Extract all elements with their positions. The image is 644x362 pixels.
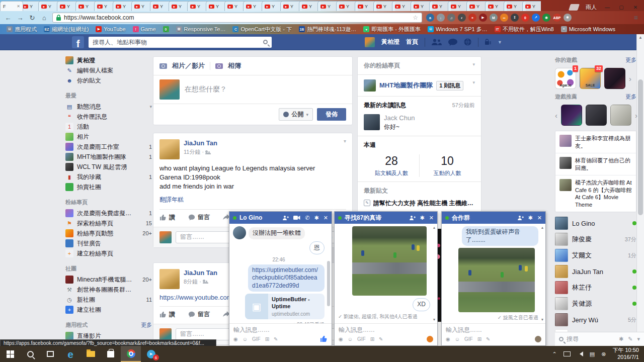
- sidebar-item[interactable]: 相片 ▾: [65, 132, 152, 142]
- sidebar-item[interactable]: 次是慶雨工作室 1 ▾: [65, 142, 152, 152]
- contact-row[interactable]: 林芷伃: [555, 280, 636, 296]
- close-chat-icon[interactable]: ✕: [429, 215, 434, 221]
- page-scrollbar[interactable]: ▲ ▼: [636, 34, 644, 346]
- close-tab-icon[interactable]: ✕: [17, 4, 20, 9]
- facebook-logo[interactable]: f: [72, 36, 84, 48]
- address-bar[interactable]: https://www.facebook.com ☆: [52, 13, 422, 23]
- new-message-icon[interactable]: ✎: [628, 336, 632, 342]
- your-games-more-link[interactable]: 更多: [625, 56, 636, 64]
- account-menu-chevron-icon[interactable]: ▼: [498, 40, 502, 45]
- chevron-down-icon[interactable]: ▾: [472, 62, 475, 67]
- sidebar-item[interactable]: + 建立社團: [65, 305, 152, 315]
- sidebar-item[interactable]: 粉絲專頁動態 20+: [65, 228, 152, 238]
- message-input[interactable]: 輸入訊息……: [339, 326, 433, 334]
- maximize-button[interactable]: ▢: [618, 5, 625, 10]
- extension-icon[interactable]: ABP: [553, 14, 561, 22]
- search-icon[interactable]: [263, 40, 268, 44]
- chat-settings-gear-icon[interactable]: ✱: [420, 215, 425, 221]
- basketball-emoji-icon[interactable]: [427, 336, 433, 342]
- game-tile[interactable]: [604, 68, 625, 89]
- composer-prompt[interactable]: 在想些什麼？: [185, 85, 227, 94]
- privacy-selector[interactable]: 公開 ▾: [279, 108, 313, 121]
- composer-tab-album[interactable]: 相簿: [228, 61, 241, 70]
- sidebar-profile-item[interactable]: 黃柏澄: [65, 55, 152, 65]
- chevron-down-icon[interactable]: ▾: [149, 104, 152, 109]
- ticker-item[interactable]: 楊子杰說六弄咖啡館 At Cafe 6 的【六弄咖啡館At Cafe 6】Mov…: [555, 175, 636, 212]
- contact-row[interactable]: 黃健源: [555, 296, 636, 312]
- game-tile[interactable]: [586, 105, 607, 126]
- privacy-shortcuts-lock-icon[interactable]: [485, 39, 491, 45]
- sidebar-item[interactable]: 次是慶雨免費虛擬… 1: [65, 208, 152, 218]
- store-button[interactable]: [101, 346, 121, 362]
- post-menu-chevron-icon[interactable]: ▾: [344, 138, 346, 144]
- edge-button[interactable]: e: [60, 346, 80, 362]
- extension-icon[interactable]: ◉: [542, 14, 550, 22]
- bookmark-item[interactable]: ⊞ 應用程式: [3, 26, 40, 33]
- bookmark-item[interactable]: EZ 縮網址(短網址): [40, 26, 92, 33]
- like-button[interactable]: 讚: [159, 310, 175, 319]
- chevron-down-icon[interactable]: ▾: [472, 80, 475, 85]
- comment-button[interactable]: 留言: [188, 213, 210, 222]
- link-preview-card[interactable]: ▣ UptimeButler - Uptime uptimebutler.com: [245, 294, 325, 319]
- bookmark-item[interactable]: ! Game: [129, 26, 159, 32]
- emoji-icon[interactable]: ☺: [243, 336, 248, 342]
- page-name-link[interactable]: MHT地圖製作團隊: [379, 81, 433, 90]
- reach-stat-link[interactable]: 貼文觸及人數: [364, 169, 419, 177]
- like-button[interactable]: 讚: [159, 213, 175, 222]
- gif-button[interactable]: GIF: [357, 336, 366, 342]
- scroll-up-arrow-icon[interactable]: ▲: [637, 34, 644, 41]
- emoji-icon[interactable]: ☺: [348, 336, 353, 342]
- tray-app-icon[interactable]: ▤: [590, 351, 595, 357]
- apps-more-link[interactable]: 更多: [141, 321, 152, 329]
- game-tile[interactable]: [561, 105, 582, 126]
- extension-icon[interactable]: ▶: [479, 14, 487, 22]
- close-chat-icon[interactable]: ✕: [324, 215, 328, 221]
- taskbar-clock[interactable]: 下午 10:50 2016/7/1: [612, 347, 639, 361]
- task-view-button[interactable]: [40, 346, 60, 362]
- chat-scrollbar[interactable]: ▲ ▼: [540, 226, 544, 321]
- extension-icon[interactable]: a: [426, 14, 434, 22]
- profile-name-link[interactable]: 黃柏澄: [381, 38, 399, 46]
- scrollbar-thumb[interactable]: [638, 79, 643, 215]
- chat-header[interactable]: 合作群 ✱ ✕: [442, 212, 545, 224]
- friend-requests-icon[interactable]: [432, 39, 442, 46]
- composer-tab-photo[interactable]: 相片／影片: [172, 61, 205, 70]
- avatar[interactable]: [159, 139, 180, 159]
- contact-row[interactable]: 艾爾文 1分: [555, 247, 636, 263]
- chat-scrollbar[interactable]: ▲ ▼: [432, 226, 436, 321]
- facebook-search[interactable]: [89, 37, 272, 48]
- voice-call-icon[interactable]: ✆: [305, 215, 309, 221]
- message-input[interactable]: 輸入訊息……: [233, 326, 328, 334]
- message-count-badge[interactable]: 1 則訊息: [436, 81, 463, 90]
- sidebar-item[interactable]: ◷ 新社團 11: [65, 295, 152, 305]
- add-person-icon[interactable]: [282, 215, 289, 221]
- sidebar-item[interactable]: MHT地圖製作團隊 1 ▾: [65, 152, 152, 162]
- extension-icon[interactable]: ✱: [564, 14, 572, 22]
- scroll-down-arrow-icon[interactable]: ▼: [540, 318, 544, 321]
- new-tab-button[interactable]: [569, 4, 580, 11]
- send-like-icon[interactable]: [320, 335, 328, 342]
- game-tile[interactable]: [610, 105, 631, 126]
- messages-icon[interactable]: [448, 39, 457, 46]
- ticker-item[interactable]: 王士豪和李宜樺成為朋友。: [555, 131, 636, 153]
- extension-icon[interactable]: ↓: [437, 14, 445, 22]
- avatar[interactable]: [159, 231, 172, 243]
- sidebar-item[interactable]: ▮ 我的珍藏 1 ▾: [65, 172, 152, 182]
- file-explorer-button[interactable]: [80, 346, 101, 362]
- engagement-stat-link[interactable]: 互動的人數: [420, 169, 475, 177]
- game-tile[interactable]: 1 Agar.io: [555, 68, 576, 89]
- chrome-menu-icon[interactable]: ≡: [634, 14, 640, 22]
- camera-icon[interactable]: ◉: [446, 336, 450, 342]
- sidebar-profile-item[interactable]: ☻ 你的貼文: [65, 75, 152, 85]
- sidebar-item[interactable]: 拍賣社團 ▾: [65, 182, 152, 192]
- contact-row[interactable]: JiaJun Tan: [555, 263, 636, 280]
- chrome-button[interactable]: [121, 346, 141, 362]
- sidebar-item[interactable]: ⚑ 探索粉絲專頁 15: [65, 218, 152, 228]
- game-recs-more-link[interactable]: 更多: [625, 93, 636, 101]
- volume-icon[interactable]: [577, 351, 583, 356]
- gif-button[interactable]: GIF: [252, 336, 261, 342]
- page-avatar[interactable]: [364, 79, 376, 92]
- home-link[interactable]: 首頁: [406, 38, 418, 46]
- chat-settings-gear-icon[interactable]: ✱: [619, 336, 623, 342]
- bookmark-star-icon[interactable]: ☆: [413, 14, 418, 21]
